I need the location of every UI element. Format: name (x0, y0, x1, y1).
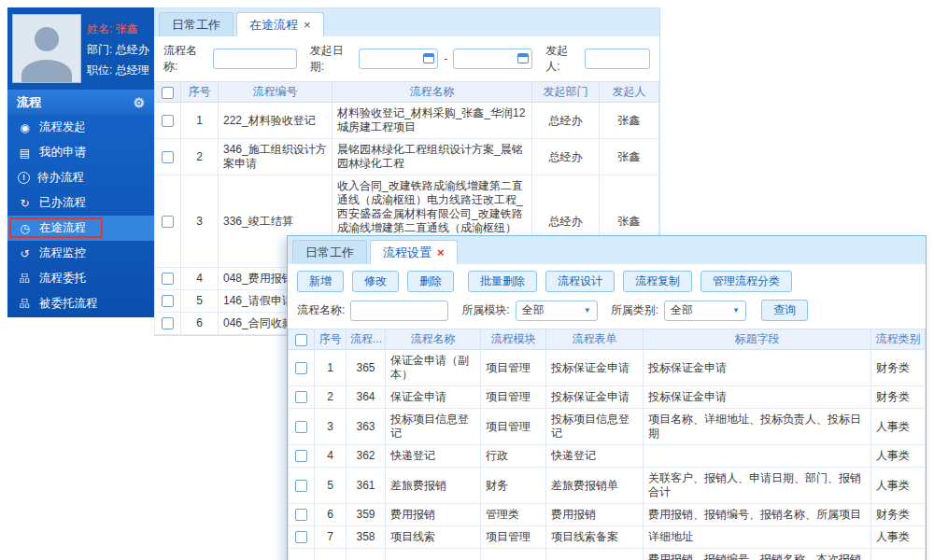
sidebar-item-completed[interactable]: ↻ 已办流程 (7, 190, 154, 216)
cell-no: 4 (315, 445, 347, 468)
col-dept: 发起部门 (532, 82, 600, 103)
col-name: 流程名称 (386, 329, 481, 350)
calendar-icon[interactable] (423, 53, 434, 63)
sidebar-item-my-applications[interactable]: ▤ 我的申请 (7, 140, 154, 165)
sidebar-item-delegated-to-me[interactable]: 品 被委托流程 (7, 291, 154, 316)
row-checkbox[interactable] (295, 531, 307, 543)
process-name-input[interactable] (350, 301, 448, 321)
tab-label: 日常工作 (305, 241, 354, 264)
cell-title-field: 费用报销、报销编号、报销名称、所属项目 (644, 504, 871, 526)
table-row: 6 359 费用报销 管理类 费用报销 费用报销、报销编号、报销名称、所属项目 … (289, 504, 926, 526)
row-checkbox[interactable] (295, 450, 307, 462)
col-no: 序号 (315, 329, 347, 350)
cell-id: 365 (347, 350, 386, 386)
date-to-field (453, 49, 532, 69)
sidebar-item-process-start[interactable]: ◉ 流程发起 (7, 115, 154, 140)
sidebar-item-pending[interactable]: ! 待办流程 (7, 165, 154, 190)
org-tree-icon: 品 (18, 297, 32, 311)
cell-id: 358 (347, 526, 386, 549)
process-name-input[interactable] (213, 49, 297, 69)
cell-dept: 总经办 (532, 139, 600, 175)
col-initiator: 发起人 (600, 82, 659, 103)
cell-name: 快递登记 (386, 445, 481, 468)
cell-name: 项目线索 (386, 526, 481, 549)
select-all-checkbox[interactable] (295, 334, 307, 346)
row-checkbox[interactable] (295, 421, 307, 433)
batch-delete-button[interactable]: 批量删除 (468, 271, 537, 292)
cell-title-field: 投标保证金申请 (644, 386, 871, 409)
process-name-label: 流程名称: (163, 43, 207, 75)
cell-module: 项目管理 (481, 350, 546, 386)
process-name-label: 流程名称: (297, 302, 345, 318)
initiator-input[interactable] (585, 49, 650, 69)
front-tabbar: 日常工作 流程设置 × (288, 236, 926, 264)
table-header-row: 序号 流程... 流程名称 流程模块 流程表单 标题字段 流程类别 (289, 329, 926, 350)
row-checkbox[interactable] (295, 362, 307, 374)
edit-button[interactable]: 修改 (352, 271, 399, 292)
cell-title-field: 关联客户、报销人、申请日期、部门、报销合计 (644, 468, 871, 504)
module-select[interactable]: 全部 ▼ (516, 301, 598, 321)
cell-no: 6 (315, 504, 347, 526)
sidebar-item-delegate[interactable]: 品 流程委托 (7, 266, 154, 291)
cell-no: 5 (315, 468, 347, 504)
avatar-torso (21, 60, 72, 83)
row-checkbox[interactable] (295, 391, 307, 403)
date-from-field (359, 49, 438, 69)
tab-daily-work[interactable]: 日常工作 (292, 240, 367, 264)
col-category: 流程类别 (871, 329, 926, 350)
table-row: 7 358 项目线索 项目管理 项目线索备案 详细地址 人事类 (289, 526, 926, 549)
tab-in-transit[interactable]: 在途流程 × (236, 12, 324, 36)
close-icon[interactable]: × (437, 246, 445, 259)
cell-no: 4 (181, 268, 219, 290)
initiator-label: 发起人: (545, 43, 579, 75)
calendar-icon[interactable] (517, 53, 529, 63)
select-all-checkbox[interactable] (162, 87, 174, 99)
gear-icon[interactable]: ⚙ (133, 95, 145, 110)
cell-form: 投标保证金申请 (546, 350, 644, 386)
add-button[interactable]: 新增 (297, 271, 344, 292)
cell-title-field: 详细地址 (644, 526, 871, 549)
process-design-button[interactable]: 流程设计 (545, 271, 615, 292)
sidebar-item-label: 流程监控 (39, 245, 86, 261)
row-checkbox[interactable] (162, 115, 174, 127)
row-checkbox[interactable] (295, 509, 307, 521)
process-copy-button[interactable]: 流程复制 (623, 271, 692, 292)
avatar (12, 14, 81, 83)
cell-no: 1 (315, 350, 347, 386)
row-checkbox[interactable] (162, 273, 174, 285)
sidebar-item-label: 被委托流程 (39, 296, 98, 312)
tab-process-settings[interactable]: 流程设置 × (370, 240, 458, 264)
query-button[interactable]: 查询 (761, 300, 808, 321)
close-icon[interactable]: × (304, 19, 311, 31)
delete-button[interactable]: 删除 (407, 271, 454, 292)
cell-form: 费用报销 (546, 504, 644, 526)
table-row: 2 364 保证金申请 项目管理 投标保证金申请 投标保证金申请 财务类 (289, 386, 926, 409)
table-header-row: 序号 流程编号 流程名称 发起部门 发起人 (155, 82, 659, 103)
settings-toolbar: 新增 修改 删除 批量删除 流程设计 流程复制 管理流程分类 (288, 264, 926, 298)
row-checkbox[interactable] (295, 480, 307, 492)
cell-code: 222_材料验收登记 (219, 103, 333, 139)
cell-module: 项目管理 (481, 526, 546, 549)
row-checkbox[interactable] (162, 216, 174, 228)
col-form: 流程表单 (546, 329, 644, 350)
sidebar-item-label: 流程发起 (39, 119, 86, 135)
cell-category: 财务类 (871, 549, 926, 560)
sidebar-item-monitor[interactable]: ↺ 流程监控 (7, 241, 154, 266)
tab-daily-work[interactable]: 日常工作 (159, 12, 234, 36)
cell-module: 管理类 (481, 504, 546, 526)
row-checkbox[interactable] (162, 295, 174, 307)
refresh-icon: ↻ (18, 197, 32, 210)
back-filterbar: 流程名称: 发起日期: - 发起人: (154, 36, 659, 81)
manage-category-button[interactable]: 管理流程分类 (700, 271, 792, 292)
cell-form: 快递登记 (546, 445, 644, 468)
category-select[interactable]: 全部 ▼ (664, 301, 746, 321)
cell-form: 差旅费报销单 (546, 468, 644, 504)
row-checkbox[interactable] (162, 317, 174, 329)
date-separator: - (444, 52, 447, 65)
tab-label: 在途流程 (249, 13, 298, 36)
cell-title-field (644, 445, 871, 468)
sidebar-item-in-transit[interactable]: ◷ 在途流程 (7, 216, 154, 241)
alert-icon: ! (18, 172, 30, 184)
col-title-field: 标题字段 (644, 329, 871, 350)
row-checkbox[interactable] (162, 151, 174, 163)
